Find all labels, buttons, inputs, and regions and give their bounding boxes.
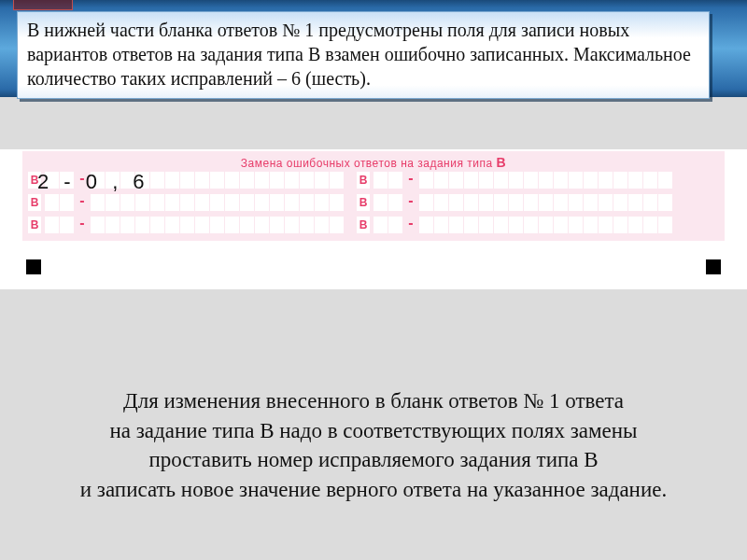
answer-cell[interactable] (240, 172, 254, 189)
answer-cell[interactable] (330, 217, 344, 233)
answer-cell[interactable] (434, 172, 448, 189)
answer-cell[interactable] (539, 217, 553, 233)
answer-cell[interactable] (584, 194, 598, 211)
task-number-cell[interactable] (388, 194, 402, 211)
task-number-cell[interactable] (388, 217, 402, 233)
answer-cell[interactable] (165, 172, 179, 189)
answer-cell[interactable] (464, 217, 478, 233)
answer-cell[interactable] (494, 217, 508, 233)
answer-cell[interactable] (509, 194, 523, 211)
answer-cell[interactable] (479, 194, 493, 211)
answer-cell[interactable] (210, 217, 224, 233)
answer-cell[interactable] (106, 172, 120, 189)
answer-cell[interactable] (150, 194, 164, 211)
answer-cell[interactable] (569, 172, 583, 189)
answer-cell[interactable] (509, 217, 523, 233)
answer-cell[interactable] (135, 194, 149, 211)
answer-cell[interactable] (419, 194, 433, 211)
answer-cell[interactable] (628, 194, 642, 211)
answer-cell[interactable] (584, 217, 598, 233)
answer-cell[interactable] (479, 217, 493, 233)
answer-cell[interactable] (434, 217, 448, 233)
answer-cell[interactable] (106, 194, 120, 211)
task-number-cell[interactable] (374, 172, 388, 189)
answer-cell[interactable] (180, 194, 194, 211)
answer-cell[interactable] (569, 217, 583, 233)
task-number-cell[interactable] (45, 194, 59, 211)
answer-cell[interactable] (494, 172, 508, 189)
answer-cell[interactable] (195, 172, 209, 189)
answer-cell[interactable] (569, 194, 583, 211)
task-number-cell[interactable] (60, 172, 74, 189)
answer-cell[interactable] (270, 194, 284, 211)
answer-cell[interactable] (524, 217, 538, 233)
answer-cell[interactable] (584, 172, 598, 189)
answer-cell[interactable] (135, 217, 149, 233)
answer-cell[interactable] (255, 194, 269, 211)
answer-cell[interactable] (315, 172, 329, 189)
answer-cell[interactable] (628, 217, 642, 233)
answer-cell[interactable] (449, 217, 463, 233)
answer-cell[interactable] (270, 172, 284, 189)
answer-cell[interactable] (509, 172, 523, 189)
answer-cell[interactable] (613, 217, 627, 233)
answer-cell[interactable] (449, 194, 463, 211)
answer-cell[interactable] (554, 172, 568, 189)
answer-cell[interactable] (479, 172, 493, 189)
answer-cell[interactable] (240, 217, 254, 233)
answer-cell[interactable] (658, 194, 672, 211)
task-number-cell[interactable] (388, 172, 402, 189)
task-number-cell[interactable] (45, 172, 59, 189)
answer-cell[interactable] (210, 172, 224, 189)
answer-cell[interactable] (658, 172, 672, 189)
answer-cell[interactable] (150, 217, 164, 233)
answer-cell[interactable] (524, 172, 538, 189)
answer-cell[interactable] (613, 172, 627, 189)
answer-cell[interactable] (120, 194, 134, 211)
answer-cell[interactable] (599, 217, 613, 233)
answer-cell[interactable] (165, 194, 179, 211)
answer-cell[interactable] (300, 217, 314, 233)
task-number-cell[interactable] (60, 194, 74, 211)
answer-cell[interactable] (643, 194, 657, 211)
answer-cell[interactable] (613, 194, 627, 211)
answer-cell[interactable] (599, 194, 613, 211)
answer-cell[interactable] (315, 194, 329, 211)
answer-cell[interactable] (285, 172, 299, 189)
task-number-cell[interactable] (374, 217, 388, 233)
answer-cell[interactable] (599, 172, 613, 189)
answer-cell[interactable] (195, 217, 209, 233)
answer-cell[interactable] (285, 217, 299, 233)
answer-cell[interactable] (658, 217, 672, 233)
answer-cell[interactable] (524, 194, 538, 211)
answer-cell[interactable] (464, 172, 478, 189)
answer-cell[interactable] (91, 194, 105, 211)
answer-cell[interactable] (464, 194, 478, 211)
answer-cell[interactable] (539, 194, 553, 211)
task-number-cell[interactable] (60, 217, 74, 233)
answer-cell[interactable] (449, 172, 463, 189)
answer-cell[interactable] (195, 194, 209, 211)
answer-cell[interactable] (643, 217, 657, 233)
answer-cell[interactable] (225, 217, 239, 233)
answer-cell[interactable] (120, 172, 134, 189)
answer-cell[interactable] (434, 194, 448, 211)
answer-cell[interactable] (255, 172, 269, 189)
answer-cell[interactable] (419, 217, 433, 233)
answer-cell[interactable] (285, 194, 299, 211)
answer-cell[interactable] (330, 194, 344, 211)
answer-cell[interactable] (225, 194, 239, 211)
answer-cell[interactable] (494, 194, 508, 211)
answer-cell[interactable] (106, 217, 120, 233)
answer-cell[interactable] (180, 172, 194, 189)
answer-cell[interactable] (255, 217, 269, 233)
answer-cell[interactable] (150, 172, 164, 189)
answer-cell[interactable] (330, 172, 344, 189)
answer-cell[interactable] (300, 172, 314, 189)
task-number-cell[interactable] (374, 194, 388, 211)
answer-cell[interactable] (135, 172, 149, 189)
answer-cell[interactable] (315, 217, 329, 233)
answer-cell[interactable] (165, 217, 179, 233)
answer-cell[interactable] (539, 172, 553, 189)
answer-cell[interactable] (91, 172, 105, 189)
